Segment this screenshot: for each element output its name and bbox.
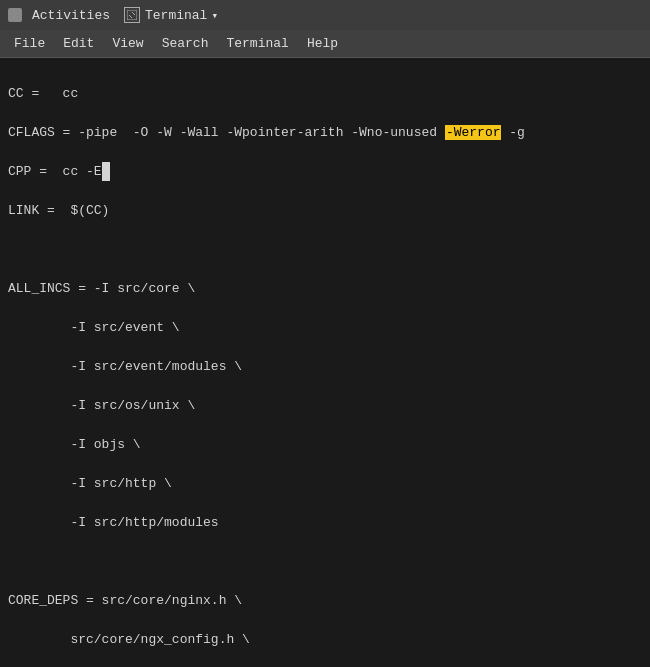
menu-search[interactable]: Search: [154, 33, 217, 54]
line-cflags: CFLAGS = -pipe -O -W -Wall -Wpointer-ari…: [8, 123, 642, 143]
line-incs5: -I objs \: [8, 435, 642, 455]
line-coredeps: CORE_DEPS = src/core/nginx.h \: [8, 591, 642, 611]
line-incs2: -I src/event \: [8, 318, 642, 338]
werror-highlight: -Werror: [445, 125, 502, 140]
terminal-menu-button[interactable]: Terminal ▾: [145, 8, 218, 23]
line-cpp: CPP = cc -E: [8, 162, 642, 182]
svg-line-2: [132, 12, 135, 15]
menu-help[interactable]: Help: [299, 33, 346, 54]
terminal-cursor: [102, 162, 110, 182]
window-icon: [8, 8, 22, 22]
line-empty2: [8, 552, 642, 572]
activities-button[interactable]: Activities: [32, 8, 110, 23]
svg-rect-0: [127, 10, 137, 20]
line-incs3: -I src/event/modules \: [8, 357, 642, 377]
line-dep1: src/core/ngx_config.h \: [8, 630, 642, 650]
terminal-content: CC = cc CFLAGS = -pipe -O -W -Wall -Wpoi…: [0, 58, 650, 667]
line-empty1: [8, 240, 642, 260]
line-link: LINK = $(CC): [8, 201, 642, 221]
menu-edit[interactable]: Edit: [55, 33, 102, 54]
menu-terminal[interactable]: Terminal: [218, 33, 296, 54]
line-allincs: ALL_INCS = -I src/core \: [8, 279, 642, 299]
terminal-icon: [124, 7, 140, 23]
menu-file[interactable]: File: [6, 33, 53, 54]
line-incs6: -I src/http \: [8, 474, 642, 494]
menu-bar: File Edit View Search Terminal Help: [0, 30, 650, 58]
line-incs4: -I src/os/unix \: [8, 396, 642, 416]
svg-line-1: [129, 15, 132, 18]
line-incs7: -I src/http/modules: [8, 513, 642, 533]
title-bar: Activities Terminal ▾: [0, 0, 650, 30]
menu-view[interactable]: View: [104, 33, 151, 54]
line-cc: CC = cc: [8, 84, 642, 104]
